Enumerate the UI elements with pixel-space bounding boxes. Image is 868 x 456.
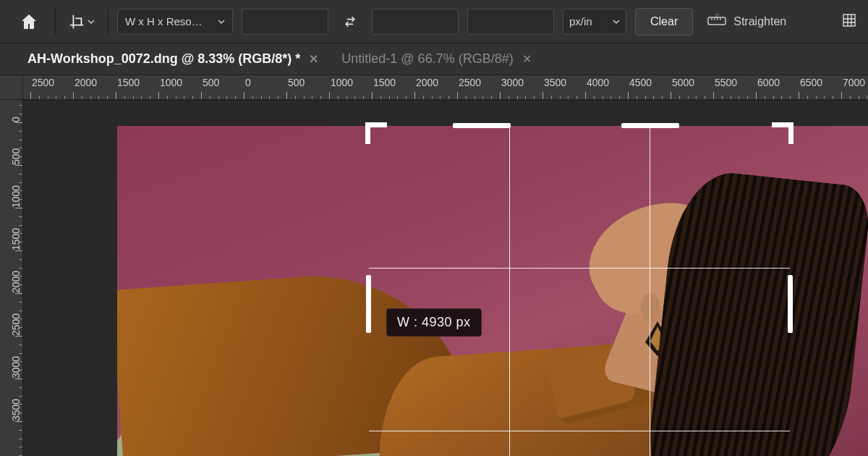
ruler-tick: 2000 — [73, 75, 95, 99]
document-tab-title: Untitled-1 @ 66.7% (RGB/8#) — [341, 51, 513, 67]
ruler-tick: 2000 — [414, 75, 437, 99]
ruler-tick: 0 — [244, 75, 250, 99]
clear-button-label: Clear — [650, 15, 678, 28]
crop-preset-label: W x H x Reso… — [125, 15, 203, 28]
crop-grid-line — [509, 126, 510, 456]
svg-point-1 — [715, 14, 718, 17]
crop-dimension-text: W : 4930 px — [397, 315, 471, 329]
swap-dimensions-button[interactable] — [337, 9, 363, 35]
ruler-tick: 1500 — [116, 75, 138, 99]
crop-frame — [369, 126, 790, 456]
chevron-down-icon — [613, 19, 620, 25]
crop-dimension-badge: W : 4930 px — [386, 308, 482, 337]
document-tab-active[interactable]: AH-Workshop_0072.dng @ 8.33% (RGB/8*) * … — [16, 43, 330, 75]
crop-handle-right[interactable] — [788, 275, 793, 333]
crop-grid-line — [650, 126, 650, 456]
ruler-tick: 7000 — [841, 75, 864, 99]
svg-rect-0 — [708, 17, 726, 25]
grid-icon — [842, 13, 856, 28]
swap-icon — [343, 14, 357, 29]
ruler-horizontal[interactable]: 2500200015001000500050010001500200025003… — [23, 75, 868, 100]
ruler-tick: 3500 — [542, 75, 565, 99]
crop-handle-top[interactable] — [453, 123, 511, 128]
document-tab-bar: AH-Workshop_0072.dng @ 8.33% (RGB/8*) * … — [0, 43, 868, 75]
ruler-tick: 6000 — [756, 75, 778, 99]
crop-tool-button[interactable] — [64, 7, 99, 36]
overlay-options-button[interactable] — [842, 13, 856, 30]
chevron-down-icon — [88, 19, 95, 25]
ruler-tick: 2500 — [457, 75, 480, 99]
divider — [108, 9, 109, 35]
ruler-tick: 4500 — [628, 75, 650, 99]
crop-height-input[interactable] — [372, 9, 459, 35]
straighten-label: Straighten — [733, 15, 786, 28]
ruler-tick: 1500 — [372, 75, 394, 99]
ruler-icon — [707, 13, 726, 30]
ruler-tick: 5000 — [671, 75, 693, 99]
home-button[interactable] — [12, 7, 46, 36]
crop-resolution-input[interactable] — [467, 9, 554, 35]
close-icon[interactable]: ✕ — [309, 52, 318, 66]
ruler-tick: 4000 — [585, 75, 608, 99]
divider — [55, 9, 56, 35]
options-bar: W x H x Reso… px/in Clear Straighten — [0, 0, 868, 43]
canvas[interactable]: W : 4930 px — [23, 100, 868, 456]
ruler-origin[interactable] — [0, 75, 23, 100]
crop-handle-top[interactable] — [621, 123, 679, 128]
chevron-down-icon — [218, 19, 225, 25]
document-tab-title: AH-Workshop_0072.dng @ 8.33% (RGB/8*) * — [27, 51, 300, 67]
straighten-control[interactable]: Straighten — [707, 13, 786, 30]
document-tab-inactive[interactable]: Untitled-1 @ 66.7% (RGB/8#) ✕ — [330, 43, 542, 75]
svg-rect-2 — [843, 14, 855, 26]
ruler-tick: 5500 — [713, 75, 736, 99]
crop-icon — [69, 14, 85, 30]
crop-grid-line — [369, 431, 790, 431]
ruler-tick: 1000 — [329, 75, 352, 99]
clear-button[interactable]: Clear — [635, 8, 693, 35]
crop-width-input[interactable] — [242, 9, 328, 35]
ruler-tick: 3000 — [500, 75, 522, 99]
crop-handle-left[interactable] — [366, 275, 371, 333]
resolution-unit-label: px/in — [569, 15, 592, 28]
close-icon[interactable]: ✕ — [522, 52, 532, 66]
ruler-tick: 1000 — [158, 75, 181, 99]
ruler-tick: 2500 — [30, 75, 53, 99]
ruler-tick: 6500 — [799, 75, 821, 99]
resolution-unit-dropdown[interactable]: px/in — [563, 9, 626, 35]
ruler-vertical[interactable]: 5000500100015002000250030003500 — [0, 100, 23, 456]
crop-marquee[interactable] — [369, 126, 790, 456]
crop-handle-top-right[interactable] — [773, 122, 793, 143]
crop-grid-line — [369, 268, 790, 269]
workspace: 2500200015001000500050010001500200025003… — [0, 75, 868, 456]
home-icon — [20, 14, 38, 30]
crop-handle-top-left[interactable] — [365, 122, 386, 143]
crop-preset-dropdown[interactable]: W x H x Reso… — [117, 9, 233, 35]
